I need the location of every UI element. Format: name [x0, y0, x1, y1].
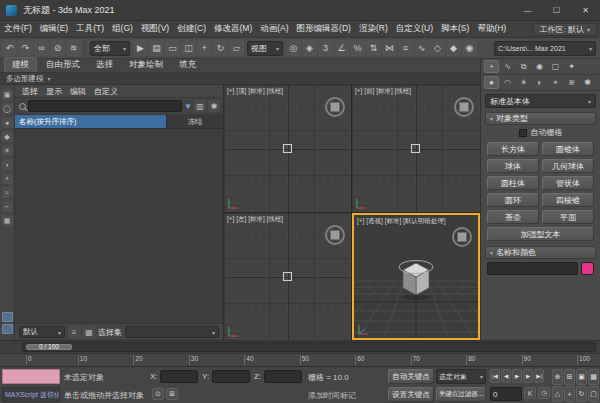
y-coord-field[interactable]	[212, 370, 250, 383]
x-coord-field[interactable]	[160, 370, 198, 383]
menu-rendering[interactable]: 渲染(R)	[355, 23, 392, 35]
unlink-selection-icon[interactable]: ⊘	[50, 40, 65, 56]
explorer-menu-customize[interactable]: 自定义	[91, 86, 121, 96]
select-and-move-icon[interactable]: +	[197, 40, 212, 56]
motion-tab-icon[interactable]: ◉	[532, 60, 547, 73]
spinner-snap-icon[interactable]: ⇅	[366, 40, 381, 56]
display-tab-icon[interactable]: ▢	[548, 60, 563, 73]
explorer-display-geometry-icon[interactable]: ●	[2, 117, 13, 128]
select-and-rotate-icon[interactable]: ↻	[213, 40, 228, 56]
pyramid-button[interactable]: 四棱锥	[542, 193, 594, 207]
box-object[interactable]	[283, 144, 292, 153]
explorer-display-helpers-icon[interactable]: +	[2, 173, 13, 184]
bind-to-space-warp-icon[interactable]: ≋	[66, 40, 81, 56]
select-and-link-icon[interactable]: ∞	[34, 40, 49, 56]
workspace-selector[interactable]: 工作区: 默认 ▾	[533, 23, 597, 36]
box-button[interactable]: 长方体	[487, 142, 539, 156]
percent-snap-icon[interactable]: %	[350, 40, 365, 56]
go-to-end-button[interactable]: ▶|	[534, 369, 544, 383]
viewcube[interactable]	[454, 97, 474, 117]
macro-recorder-line[interactable]	[2, 369, 60, 384]
viewport-perspective-label[interactable]: [+] [透视] [标准] [默认明暗处理]	[357, 217, 446, 226]
plane-button[interactable]: 平面	[542, 210, 594, 224]
maximize-viewport-toggle-icon[interactable]: ▢	[588, 386, 599, 402]
select-and-manipulate-icon[interactable]: ◈	[302, 40, 317, 56]
set-key-selection-set-dropdown[interactable]: 选定对象 ▾	[436, 369, 486, 384]
ribbon-tab-object-paint[interactable]: 对象绘制	[122, 58, 170, 72]
tube-button[interactable]: 管状体	[542, 176, 594, 190]
column-chooser-icon[interactable]: ▥	[194, 100, 206, 112]
utilities-tab-icon[interactable]: ✦	[564, 60, 579, 73]
schematic-view-icon[interactable]: ◇	[430, 40, 445, 56]
maxscript-mini-listener[interactable]: MAXScript 迷你侦听器	[2, 387, 60, 402]
geosphere-button[interactable]: 几何球体	[542, 159, 594, 173]
time-slider-handle[interactable]: 0 / 100	[26, 344, 72, 350]
ribbon-tab-modeling[interactable]: 建模	[4, 57, 37, 72]
menu-help[interactable]: 帮助(H)	[473, 23, 510, 35]
viewport-layout-tab-icon[interactable]	[2, 312, 13, 322]
box-object[interactable]	[283, 272, 292, 281]
viewcube[interactable]	[325, 225, 345, 245]
textplus-button[interactable]: 加强型文本	[487, 227, 594, 241]
search-input[interactable]	[28, 100, 182, 112]
set-key-button[interactable]: 设置关键点	[388, 387, 434, 402]
zoom-icon[interactable]: ⊕	[552, 369, 563, 385]
explorer-menu-edit[interactable]: 编辑	[67, 86, 89, 96]
cameras-category-icon[interactable]: ◗	[532, 76, 547, 89]
object-color-swatch[interactable]	[581, 262, 594, 275]
hamburger-menu-icon[interactable]: ≡	[68, 326, 80, 338]
hierarchy-tab-icon[interactable]: ⧉	[516, 60, 531, 73]
angle-snap-icon[interactable]: ∠	[334, 40, 349, 56]
viewport-top[interactable]: [+] [顶] [标准] [线框]	[224, 85, 351, 212]
z-coord-field[interactable]	[264, 370, 302, 383]
viewport-top-label[interactable]: [+] [顶] [标准] [线框]	[227, 87, 283, 96]
shapes-category-icon[interactable]: ◠	[500, 76, 515, 89]
next-frame-button[interactable]: ▶	[523, 369, 533, 383]
zoom-all-icon[interactable]: ⊞	[564, 369, 575, 385]
explorer-menu-display[interactable]: 显示	[43, 86, 65, 96]
explorer-display-lights-icon[interactable]: ☀	[2, 145, 13, 156]
explorer-display-none-icon[interactable]: ◯	[2, 103, 13, 114]
grid-view-icon[interactable]: ▦	[83, 326, 95, 338]
time-slider-track[interactable]: 0 / 100	[22, 342, 596, 352]
explorer-settings-icon[interactable]: ✱	[208, 100, 220, 112]
modify-tab-icon[interactable]: ∿	[500, 60, 515, 73]
snaps-toggle-icon[interactable]: 3	[318, 40, 333, 56]
geometry-category-icon[interactable]: ●	[484, 76, 499, 89]
window-crossing-icon[interactable]: ◫	[181, 40, 196, 56]
explorer-display-containers-icon[interactable]: ▦	[2, 215, 13, 226]
autogrid-checkbox[interactable]	[519, 129, 527, 137]
explorer-menu-select[interactable]: 选择	[19, 86, 41, 96]
create-tab-icon[interactable]: +	[484, 60, 499, 73]
maximize-button[interactable]: ☐	[542, 0, 571, 20]
viewcube[interactable]	[325, 97, 345, 117]
add-viewport-layout-icon[interactable]	[2, 324, 13, 334]
pan-icon[interactable]: +	[564, 386, 575, 402]
menu-create[interactable]: 创建(C)	[173, 23, 210, 35]
previous-frame-button[interactable]: ◀	[501, 369, 511, 383]
current-frame-field[interactable]	[490, 387, 522, 401]
explorer-display-bones-icon[interactable]: ⌐	[2, 201, 13, 212]
explorer-display-cameras-icon[interactable]: ◗	[2, 159, 13, 170]
systems-category-icon[interactable]: ✱	[580, 76, 595, 89]
frozen-column-header[interactable]: 冻结	[167, 115, 223, 128]
layout-preset-dropdown[interactable]: 默认 ▾	[19, 326, 65, 338]
ribbon-tab-freeform[interactable]: 自由形式	[39, 58, 87, 72]
minimize-button[interactable]: —	[513, 0, 542, 20]
field-of-view-icon[interactable]: △	[552, 386, 563, 402]
curve-editor-icon[interactable]: ∿	[414, 40, 429, 56]
cylinder-button[interactable]: 圆柱体	[487, 176, 539, 190]
scene-explorer-list[interactable]	[15, 129, 223, 323]
menu-scripting[interactable]: 脚本(S)	[437, 23, 473, 35]
mirror-icon[interactable]: ⋈	[382, 40, 397, 56]
undo-icon[interactable]: ↶	[2, 40, 17, 56]
project-folder-dropdown[interactable]: C:\Users\... Max 2021 ▾	[494, 41, 596, 56]
select-object-icon[interactable]: ▶	[133, 40, 148, 56]
explorer-display-spacewarps-icon[interactable]: ≈	[2, 187, 13, 198]
sphere-button[interactable]: 球体	[487, 159, 539, 173]
select-and-scale-icon[interactable]: ▱	[229, 40, 244, 56]
rectangular-selection-region-icon[interactable]: ▭	[165, 40, 180, 56]
key-mode-toggle-icon[interactable]: K	[524, 387, 536, 399]
viewport-front-label[interactable]: [+] [前] [标准] [线框]	[355, 87, 411, 96]
auto-key-button[interactable]: 自动关键点	[388, 369, 434, 384]
